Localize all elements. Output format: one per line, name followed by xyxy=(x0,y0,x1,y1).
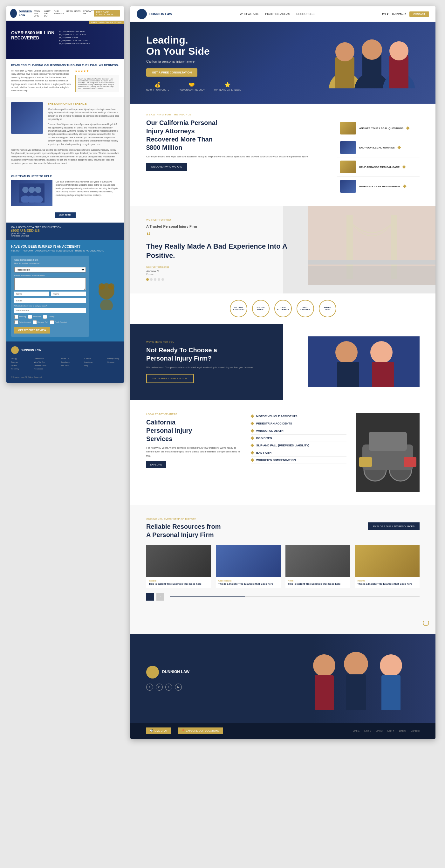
right-si-2-text: END YOUR LEGAL WORRIES xyxy=(359,146,395,149)
left-cb-afternoon[interactable] xyxy=(28,315,32,319)
right-practice-explore-btn[interactable]: EXPLORE xyxy=(146,461,166,468)
right-si-3[interactable]: HELP ARRANGE MEDICAL CARE xyxy=(337,157,420,177)
right-dot-2[interactable] xyxy=(150,278,153,281)
right-dot-1[interactable] xyxy=(146,278,149,281)
left-nav-link-4[interactable]: RESOURCES xyxy=(66,10,81,17)
right-footer-link-2[interactable]: Link 2 xyxy=(364,730,371,732)
right-rc-2-title: This is a Insight Title Example that Goe… xyxy=(216,583,281,588)
left-cb-morning[interactable] xyxy=(14,315,19,319)
left-form-checkboxes: Morning Afternoon Evening xyxy=(14,315,86,319)
right-logo[interactable]: DUNNION LAW xyxy=(137,9,172,19)
right-si-4[interactable]: IMMEDIATE CASE MANAGEMENT xyxy=(337,177,420,196)
right-social-twitter[interactable]: t xyxy=(165,684,172,690)
right-footer-social-icons: f in t ▶ xyxy=(146,684,283,690)
right-discover-btn[interactable]: DISCOVER WHO WE ARE xyxy=(146,163,187,171)
right-rc-3[interactable]: News This is insight Title Example that … xyxy=(285,545,350,588)
right-rc-4-label: Insights xyxy=(355,577,420,583)
left-hero: FREE CASE CONSULTATION OVER $800 MILLION… xyxy=(6,21,124,59)
right-uneedus-link[interactable]: U-NEED-US xyxy=(392,13,406,16)
left-hero-badge[interactable]: FREE CASE CONSULTATION xyxy=(89,21,124,24)
right-si-2[interactable]: END YOUR LEGAL WORRIES xyxy=(337,138,420,157)
right-social-youtube[interactable]: ▶ xyxy=(175,684,182,690)
right-page-next[interactable]: › xyxy=(156,593,164,600)
right-lang-selector[interactable]: EN ▼ xyxy=(382,13,389,16)
right-practice-label: LEGAL PRACTICE AREAS xyxy=(146,413,242,415)
right-badge-4: BESTLAWYERS xyxy=(296,300,314,317)
svg-point-28 xyxy=(370,341,392,364)
right-social-linkedin[interactable]: in xyxy=(156,684,163,690)
left-form-submit-btn[interactable]: GET MY FREE REVIEW xyxy=(14,327,50,334)
right-page-prev[interactable]: ‹ xyxy=(146,593,154,600)
right-practice-section: LEGAL PRACTICE AREAS CaliforniaPersonal … xyxy=(130,400,436,505)
left-logo[interactable]: DUNNION LAW xyxy=(10,9,34,18)
right-practice-diamond-7 xyxy=(251,458,254,462)
left-form-name[interactable] xyxy=(14,291,49,296)
left-nav-link-5[interactable]: CONTACT US xyxy=(83,10,93,17)
right-dot-3[interactable] xyxy=(154,278,156,281)
left-checkbox-1[interactable]: Morning xyxy=(14,315,26,319)
left-team-text: Our team of attorneys has more than 500 … xyxy=(56,180,119,208)
right-practice-item-7[interactable]: WORKER'S COMPENSATION xyxy=(251,457,346,464)
svg-point-1 xyxy=(22,187,29,193)
right-footer-link-4[interactable]: Link 4 xyxy=(387,730,394,732)
left-form-heard-select[interactable]: Please select xyxy=(14,267,86,273)
left-nav-link-1[interactable]: WHO WE ARE xyxy=(34,10,42,17)
right-nav-practice[interactable]: PRACTICE AREAS xyxy=(265,12,290,16)
right-footer-link-5[interactable]: Link 5 xyxy=(399,730,406,732)
right-nr-cta-btn[interactable]: GET A FREE CONSULTATION xyxy=(146,374,194,383)
left-diff-text3: From the moment you contact us, we take … xyxy=(11,149,119,165)
right-footer-link-3[interactable]: Link 3 xyxy=(376,730,382,732)
right-si-4-img xyxy=(340,180,356,193)
left-form-phone[interactable] xyxy=(51,291,86,296)
right-rc-4[interactable]: Insights This is a Insight Title Example… xyxy=(355,545,420,588)
right-locations-btn[interactable]: 📍 EXPLORE OUR LOCATIONS xyxy=(178,727,223,734)
svg-point-38 xyxy=(313,654,335,677)
left-cb-truck[interactable]: Truck Accident xyxy=(50,320,67,324)
right-rc-4-title: This is a Insight Title Example that Goe… xyxy=(355,583,420,588)
left-cb-evening[interactable] xyxy=(43,315,47,319)
right-practice-item-5[interactable]: SLIP AND FALL (PREMISES LIABILITY) xyxy=(251,442,346,449)
right-dot-5[interactable] xyxy=(161,278,164,281)
left-form-heard-label: How did you find out about us? xyxy=(14,262,86,264)
right-loading-indicator xyxy=(130,613,436,634)
right-practice-item-4[interactable]: DOG BITES xyxy=(251,435,346,442)
left-form-title: HAVE YOU BEEN INJURED IN AN ACCIDENT? xyxy=(11,245,119,248)
right-resources-cta-btn[interactable]: EXPLORE OUR LAW RESOURCES xyxy=(368,522,420,530)
left-form-email[interactable] xyxy=(14,298,86,303)
left-form-textarea[interactable] xyxy=(14,278,86,290)
right-testimonial-content: WE FIGHT FOR YOU A Trusted Personal Inju… xyxy=(146,218,420,280)
right-practice-item-1[interactable]: MOTOR VEHICLE ACCIDENTS xyxy=(251,413,346,420)
right-si-1[interactable]: ANSWER YOUR LEGAL QUESTIONS xyxy=(337,119,420,138)
left-nav-link-2[interactable]: WHAT WE DO xyxy=(44,10,51,17)
right-dot-4[interactable] xyxy=(158,278,160,281)
right-practice-item-2[interactable]: PEDESTRIAN ACCIDENTS xyxy=(251,420,346,427)
left-about-title: FEARLESSLY LEADING CALIFORNIANS THROUGH … xyxy=(11,64,119,67)
left-form-date[interactable] xyxy=(14,308,86,313)
right-social-facebook[interactable]: f xyxy=(146,684,153,690)
left-footer-logo-icon xyxy=(11,346,19,354)
right-practice-item-6[interactable]: BAD FAITH xyxy=(251,449,346,457)
left-cta-btn[interactable]: FREE CASE CONSULTATION xyxy=(94,10,120,17)
right-about-section: A LAW FIRM FOR THE PEOPLE Our California… xyxy=(130,104,436,206)
right-nav-who[interactable]: WHO WE ARE xyxy=(240,12,259,16)
right-rc-1[interactable]: Insights This is insight Title Example t… xyxy=(146,545,211,588)
left-cb-slip[interactable]: Slip and Fall xyxy=(33,320,48,324)
right-contact-btn[interactable]: CONTACT xyxy=(409,11,429,17)
right-live-chat-btn[interactable]: 💬 LIVE CHAT xyxy=(146,727,171,734)
right-nav-resources[interactable]: RESOURCES xyxy=(296,12,314,16)
left-checkbox-2[interactable]: Afternoon xyxy=(28,315,41,319)
right-nr-title: Not Ready To Choose aPersonal Injury Fir… xyxy=(146,346,299,363)
right-footer-link-careers[interactable]: Careers xyxy=(411,730,420,732)
left-cb-auto[interactable]: Auto Accident xyxy=(14,320,31,324)
right-rc-2[interactable]: Case Results This is a Insight Title Exa… xyxy=(216,545,281,588)
left-nav-link-3[interactable]: OUR RESULTS xyxy=(54,10,64,17)
right-hero-cta-btn[interactable]: GET A FREE CONSULTATION xyxy=(146,68,197,76)
right-rc-2-img xyxy=(216,545,281,577)
right-footer-link-1[interactable]: Link 1 xyxy=(353,730,359,732)
right-practice-item-3[interactable]: WRONGFUL DEATH xyxy=(251,427,346,435)
left-checkbox-3[interactable]: Evening xyxy=(43,315,55,319)
left-team-btn[interactable]: OUR TEAM xyxy=(55,212,76,218)
left-cta-availability: Available 24/7/365 xyxy=(11,235,61,237)
right-sidebar-items: ANSWER YOUR LEGAL QUESTIONS END YOUR LEG… xyxy=(337,119,420,196)
right-testimonial-see-full[interactable]: See Full Testimonial xyxy=(146,266,420,268)
